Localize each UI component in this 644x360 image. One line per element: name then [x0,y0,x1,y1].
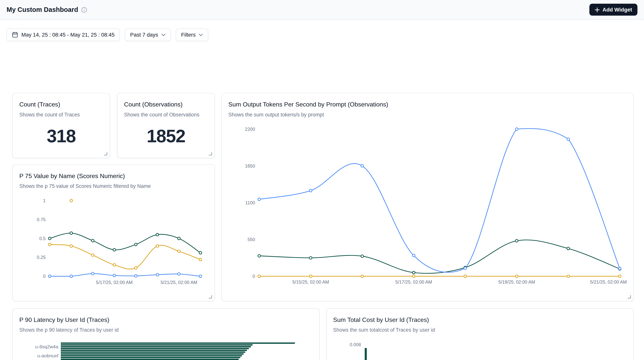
stat-value: 1852 [118,118,214,158]
resize-handle-icon[interactable] [209,152,212,155]
chevron-down-icon [199,34,203,36]
toolbar: May 14, 25 : 08:45 - May 21, 25 : 08:45 … [0,20,644,41]
svg-text:550: 550 [248,237,255,242]
dashboard-page: My Custom Dashboard Add Widget May 14, 2… [0,0,644,360]
svg-text:0: 0 [43,274,46,279]
svg-text:0.25: 0.25 [37,255,46,260]
page-header: My Custom Dashboard Add Widget [0,0,644,20]
svg-text:0.75: 0.75 [37,217,46,222]
widget-p75-by-name: P 75 Value by Name (Scores Numeric) Show… [12,165,215,301]
svg-text:1650: 1650 [245,164,255,169]
tokens-line-chart[interactable]: 05501100165022005/15/25, 02:00 AM5/17/25… [228,122,628,287]
stat-value: 318 [13,118,110,158]
resize-handle-icon[interactable] [628,295,631,298]
range-preset-label: Past 7 days [130,32,158,38]
widget-subtitle: Shows the p 90 latency of Traces by user… [19,327,313,333]
calendar-icon [12,32,18,38]
svg-text:5/21/25, 02:00 AM: 5/21/25, 02:00 AM [160,280,197,285]
cost-bar-chart[interactable]: 0.0080.006 [333,340,628,360]
svg-text:1: 1 [43,198,46,203]
widget-title: Count (Traces) [19,100,103,109]
widget-title: Sum Output Tokens Per Second by Prompt (… [228,100,627,109]
widget-subtitle: Shows the sum output tokens/s by prompt [228,111,627,118]
widget-subtitle: Shows the count of Traces [19,111,103,118]
widget-tokens-by-prompt: Sum Output Tokens Per Second by Prompt (… [221,93,634,301]
widget-title: P 75 Value by Name (Scores Numeric) [19,171,208,180]
widget-subtitle: Shows the count of Observations [124,111,208,118]
svg-text:1100: 1100 [245,200,255,205]
widget-title: Count (Observations) [124,100,208,109]
date-range-picker[interactable]: May 14, 25 : 08:45 - May 21, 25 : 08:45 [6,28,120,41]
svg-text:0.008: 0.008 [350,342,361,347]
range-preset-dropdown[interactable]: Past 7 days [125,28,171,41]
plus-icon [595,7,600,12]
filters-label: Filters [181,32,196,38]
widget-subtitle: Shows the sum totalcost of Traces by use… [333,327,627,333]
widget-title: Sum Total Cost by User Id (Traces) [333,315,627,324]
page-title: My Custom Dashboard [6,6,78,14]
svg-text:u-aobnuxf: u-aobnuxf [37,353,58,358]
widget-grid: Count (Traces) Shows the count of Traces… [0,41,644,360]
add-widget-button[interactable]: Add Widget [589,4,637,16]
widget-subtitle: Shows the p 75 value of Scores Numeric f… [19,183,208,189]
widget-count-traces: Count (Traces) Shows the count of Traces… [12,93,110,158]
svg-text:2200: 2200 [245,127,255,132]
latency-bar-chart[interactable]: u-8sq2w4au-aobnuxfu-tFAR5TXu-zVqP3hwu-5M… [19,342,314,360]
resize-handle-icon[interactable] [104,152,107,155]
chevron-down-icon [161,34,165,36]
svg-text:0.5: 0.5 [39,236,46,241]
svg-text:u-8sq2w4a: u-8sq2w4a [35,344,58,349]
info-icon[interactable] [82,7,87,13]
svg-text:5/19/25, 02:00 AM: 5/19/25, 02:00 AM [498,280,535,284]
widget-total-cost-by-user: Sum Total Cost by User Id (Traces) Shows… [326,308,634,360]
svg-text:5/21/25, 02:00 AM: 5/21/25, 02:00 AM [590,280,627,284]
date-range-label: May 14, 25 : 08:45 - May 21, 25 : 08:45 [22,32,114,38]
widget-title: P 90 Latency by User Id (Traces) [19,315,313,324]
widget-p90-latency-by-user: P 90 Latency by User Id (Traces) Shows t… [12,308,320,360]
add-widget-label: Add Widget [602,7,632,13]
p75-line-chart[interactable]: 00.250.50.7515/17/25, 02:00 AM5/21/25, 0… [19,193,209,287]
svg-text:5/15/25, 02:00 AM: 5/15/25, 02:00 AM [292,280,329,284]
svg-text:5/17/25, 02:00 AM: 5/17/25, 02:00 AM [396,280,432,284]
svg-text:0: 0 [252,274,255,279]
resize-handle-icon[interactable] [209,295,212,298]
filters-dropdown[interactable]: Filters [176,28,208,41]
widget-count-observations: Count (Observations) Shows the count of … [117,93,215,158]
svg-text:5/17/25, 02:00 AM: 5/17/25, 02:00 AM [96,280,133,285]
